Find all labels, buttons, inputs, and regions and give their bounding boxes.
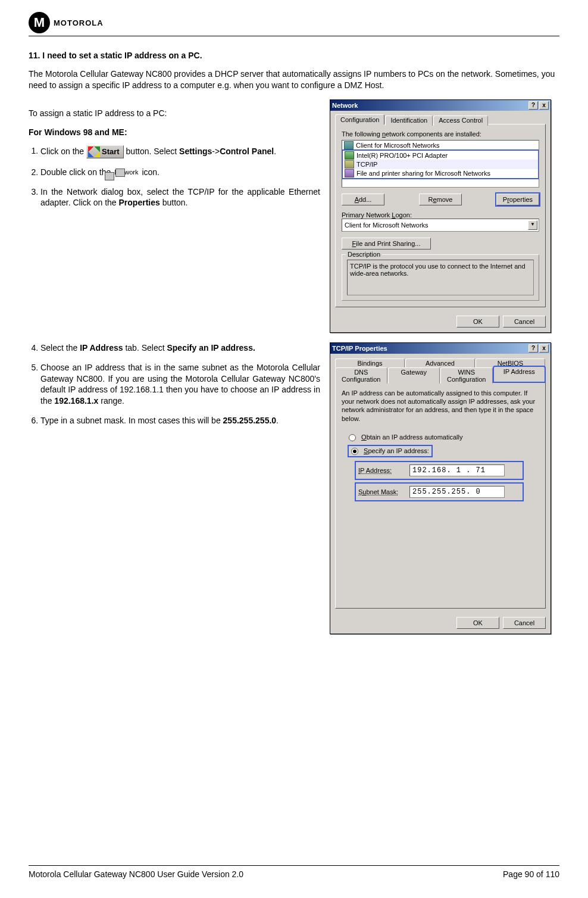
help-button[interactable]: ? — [528, 344, 538, 353]
components-label: The following network components are ins… — [342, 130, 539, 138]
description-text: TCP/IP is the protocol you use to connec… — [347, 260, 534, 295]
network-dialog: Network ? x Configuration Identification… — [330, 99, 551, 333]
question-text: I need to set a static IP address on a P… — [42, 51, 202, 60]
ip-address-label: IP Address: — [358, 467, 409, 474]
list-item: Client for Microsoft Networks — [342, 141, 539, 150]
tab-gateway[interactable]: Gateway — [388, 367, 440, 383]
logon-label: Primary Network Logon: — [342, 211, 539, 219]
tab-access-control[interactable]: Access Control — [433, 116, 488, 126]
properties-button[interactable]: Properties — [496, 194, 539, 205]
page-footer: Motorola Cellular Gateway NC800 User Gui… — [29, 865, 559, 879]
tcpip-dialog-title: TCP/IP Properties — [332, 345, 387, 352]
step-5: Choose an IP address that is in the same… — [40, 362, 320, 407]
tab-dns[interactable]: DNS Configuration — [335, 367, 387, 383]
list-item: Intel(R) PRO/100+ PCI Adapter — [342, 149, 539, 160]
header-rule — [29, 36, 559, 36]
close-button[interactable]: x — [539, 101, 549, 110]
list-item: File and printer sharing for Microsoft N… — [342, 169, 539, 179]
chevron-down-icon[interactable]: ▼ — [528, 220, 537, 230]
logon-combo[interactable]: Client for Microsoft Networks ▼ — [342, 219, 539, 232]
components-listbox[interactable]: Client for Microsoft Networks Intel(R) P… — [342, 140, 539, 188]
subnet-mask-label: Subnet Mask: — [358, 488, 409, 495]
tab-ip-address[interactable]: IP Address — [493, 366, 546, 382]
brand-logo: M MOTOROLA — [29, 12, 559, 33]
tab-configuration[interactable]: Configuration — [335, 114, 384, 124]
start-button-label: Start — [102, 146, 120, 157]
ip-address-row: IP Address: 192.168. 1 . 71 — [356, 462, 523, 479]
network-dialog-title: Network — [332, 102, 358, 109]
file-print-sharing-button[interactable]: File and Print Sharing... — [342, 238, 431, 250]
intro-paragraph: The Motorola Cellular Gateway NC800 prov… — [29, 68, 559, 91]
step-4: Select the IP Address tab. Select Specif… — [40, 342, 320, 354]
subnet-mask-row: Subnet Mask: 255.255.255. 0 — [356, 484, 523, 500]
ok-button[interactable]: OK — [456, 316, 499, 328]
step-1: Click on the Start button. Select Settin… — [40, 145, 320, 158]
step-3: In the Network dialog box, select the TC… — [40, 186, 320, 209]
remove-button[interactable]: Remove — [419, 194, 462, 205]
brand-name: MOTOROLA — [54, 18, 104, 27]
list-item-selected: TCP/IP — [342, 160, 539, 169]
ok-button[interactable]: OK — [456, 617, 499, 629]
help-button[interactable]: ? — [528, 101, 538, 110]
radio-icon — [349, 434, 356, 441]
add-button[interactable]: Add... — [342, 194, 384, 205]
footer-right: Page 90 of 110 — [503, 869, 559, 879]
logo-mark: M — [29, 12, 50, 33]
os-subhead: For Windows 98 and ME: — [29, 127, 320, 137]
tab-advanced[interactable]: Advanced — [405, 358, 475, 367]
start-button[interactable]: Start — [86, 145, 124, 158]
description-group: Description TCP/IP is the protocol you u… — [342, 254, 539, 301]
tcpip-note: An IP address can be automatically assig… — [342, 389, 539, 423]
step-2: Double click on the Network icon. — [40, 167, 320, 178]
question-number: 11. — [29, 51, 40, 60]
footer-left: Motorola Cellular Gateway NC800 User Gui… — [29, 869, 243, 879]
radio-specify[interactable]: Specify an IP address: — [349, 446, 431, 456]
question-title: 11. I need to set a static IP address on… — [29, 51, 559, 60]
windows-logo-icon — [88, 146, 100, 157]
tab-identification[interactable]: Identification — [385, 116, 433, 126]
radio-icon — [351, 448, 358, 455]
radio-obtain-auto[interactable]: Obtain an IP address automatically — [349, 434, 539, 441]
cancel-button[interactable]: Cancel — [503, 617, 546, 629]
close-button[interactable]: x — [539, 344, 549, 353]
tcpip-dialog: TCP/IP Properties ? x Bindings Advanced … — [330, 342, 551, 634]
lead-paragraph: To assign a static IP address to a PC: — [29, 108, 320, 119]
network-cpl-icon[interactable]: Network — [113, 168, 139, 177]
cancel-button[interactable]: Cancel — [503, 316, 546, 328]
step-6: Type in a subnet mask. In most cases thi… — [40, 415, 320, 426]
ip-address-input[interactable]: 192.168. 1 . 71 — [409, 464, 505, 476]
tab-bindings[interactable]: Bindings — [335, 358, 405, 367]
tab-wins[interactable]: WINS Configuration — [440, 367, 493, 383]
subnet-mask-input[interactable]: 255.255.255. 0 — [409, 486, 505, 498]
